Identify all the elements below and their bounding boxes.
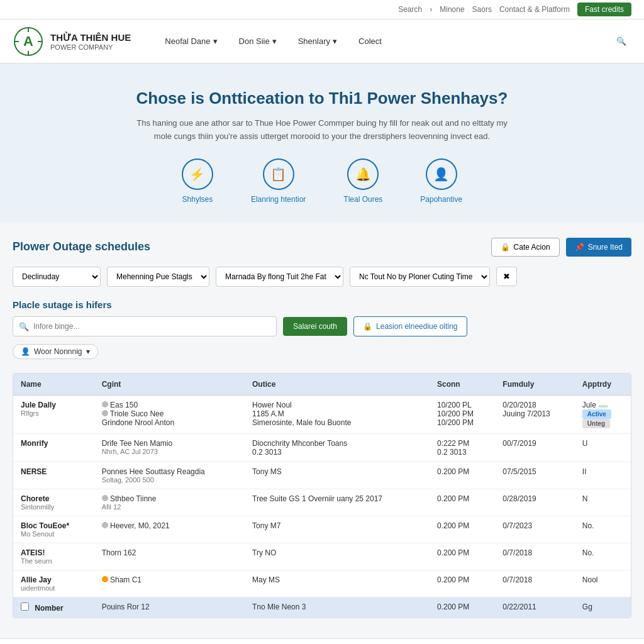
table-row[interactable]: Allie Jay uidentmout Sham C1 May MS 0.20… [13, 570, 631, 597]
filter-select-2[interactable]: Mehenning Pue Stagls [107, 267, 209, 287]
main-section: Plower Outage schedules 🔒 Cate Acion 📌 S… [0, 223, 644, 633]
cell-fumduly: 0/22/2011 [502, 602, 536, 611]
cell-apptrdy: No. [582, 548, 594, 557]
cell-sconn: 0.200 PM [437, 494, 469, 503]
table-row[interactable]: ATEIS! The seurn Thorn 162 Try NO 0.200 … [13, 543, 631, 570]
cell-cgint-sub: Nhrh, AC Jul 2073 [102, 448, 237, 455]
topbar-link-saors[interactable]: Saors [472, 5, 492, 14]
cell-name: Allie Jay [21, 575, 87, 584]
logo-area: A THỪA THIÊN HUE POWER COMPANY [13, 26, 131, 57]
cell-sconn: 0.200 PM [437, 575, 469, 584]
nav-item-1[interactable]: Don Siie ▾ [230, 31, 286, 51]
topbar-cta-button[interactable]: Fast credits [577, 3, 631, 16]
topbar-link-minone[interactable]: Minone [440, 5, 464, 14]
table-row[interactable]: Bloc TouEoe* Mo Senout Heever, M0, 2021 … [13, 516, 631, 543]
export-icon: 🔒 [363, 322, 372, 331]
cell-outice3: Simerosinte, Male fou Buonte [252, 418, 422, 427]
cell-name: ATEIS! [21, 548, 87, 557]
cell-outice: Tno Mle Neon 3 [252, 602, 306, 611]
cell-sconn3: 10/200 PM [437, 418, 487, 427]
status-badge: Unteg [582, 419, 610, 428]
cell-fumduly: 0/7/2023 [502, 521, 532, 530]
sort-chip[interactable]: 👤 Woor Nonnnig ▾ [13, 344, 98, 359]
cell-cgint: Heever, M0, 2021 [102, 521, 237, 530]
nav-item-2[interactable]: Shenlary ▾ [289, 31, 346, 51]
cell-apptrdy: Jule [582, 401, 596, 409]
cell-sconn: 0.200 PM [437, 548, 469, 557]
cell-sconn2: 0.2 3013 [437, 448, 487, 457]
subscribe-icon: 📌 [575, 243, 584, 252]
cell-fumduly2: Juuing 7/2013 [502, 409, 567, 418]
dot-icon [102, 495, 108, 501]
cell-outice: Tony MS [252, 467, 282, 476]
filter-reset-button[interactable]: ✖ [496, 267, 517, 286]
cell-outice: Try NO [252, 548, 276, 557]
dot-icon [102, 410, 108, 416]
chevron-down-icon: ▾ [213, 36, 218, 46]
hero-icon-2[interactable]: 🔔 Tleal Oures [343, 158, 382, 204]
cell-name: Monrify [21, 439, 87, 448]
search-row: 🔍 Salarei couth 🔒 Leasion elneediue olti… [13, 316, 631, 336]
chevron-down-icon: ▾ [272, 36, 277, 46]
filter-select-3[interactable]: Marnada By flong Tuit 2he Fat [216, 267, 343, 287]
cell-apptrdy: Gg [582, 602, 592, 611]
cell-sconn: 10/200 PL [437, 401, 487, 409]
table-row[interactable]: Jule Dally Rlfgrs Eas 150 Triole Suco Ne… [13, 395, 631, 433]
cell-sconn2: 10/200 PM [437, 409, 487, 418]
table-row[interactable]: NERSE Ponnes Hee Souttasy Reagdia Soltag… [13, 462, 631, 489]
search-input[interactable] [13, 316, 277, 336]
cell-cgint: Drife Tee Nen Mamio [102, 439, 237, 448]
cell-cgint: Thorn 162 [102, 548, 136, 557]
search-submit-button[interactable]: Salarei couth [283, 317, 347, 336]
col-header-outice: Outice [245, 374, 430, 396]
hero-icon-circle-3: 👤 [426, 158, 457, 190]
logo-name: THỪA THIÊN HUE [50, 31, 131, 44]
cell-name-sub: Sintonmilly [21, 503, 87, 511]
cell-outice2: 0.2 3013 [252, 448, 422, 457]
cell-cgint-sub: Soltag, 2000 500 [102, 476, 237, 484]
topbar-link-contact[interactable]: Contact & & Platform [499, 5, 570, 14]
nav-links: Neofal Dane ▾ Don Siie ▾ Shenlary ▾ Cole… [156, 31, 611, 51]
hero-section: Chose is Ontticeation to Thi1 Power Shen… [0, 64, 644, 223]
cell-apptrdy: II [582, 467, 587, 476]
cell-outice2: 1185 A.M [252, 409, 422, 418]
person-icon: 👤 [21, 347, 30, 356]
lock-icon: 🔒 [501, 243, 510, 252]
cell-fumduly: 0/28/2019 [502, 494, 536, 503]
logo-icon: A [13, 26, 44, 57]
cell-fumduly: 00/7/2019 [502, 439, 536, 448]
table-row[interactable]: Chorete Sintonmilly Sthbeo Tiinne Afil 1… [13, 489, 631, 516]
topbar-link-search[interactable]: Search [398, 5, 422, 14]
cell-cgint: Sham C1 [102, 575, 237, 584]
cell-name-sub: uidentmout [21, 584, 87, 592]
row-checkbox[interactable] [21, 602, 29, 611]
cell-name-sub: Rlfgrs [21, 409, 87, 417]
hero-icon-0[interactable]: ⚡ Shhylses [182, 158, 213, 204]
subscribe-button[interactable]: 📌 Snure Ited [566, 238, 631, 257]
hero-description: Ths haning oue ane athor sar to Thue Hoe… [133, 117, 511, 143]
table-row[interactable]: Monrify Drife Tee Nen Mamio Nhrh, AC Jul… [13, 433, 631, 462]
col-header-fumduly: Fumduly [495, 374, 574, 396]
cell-cgint-sub: Afil 12 [102, 503, 237, 511]
cell-cgint: Eas 150 [102, 401, 237, 409]
export-button[interactable]: 🔒 Leasion elneediue olting [353, 316, 467, 336]
table-row[interactable]: Nomber Pouins Ror 12 Tno Mle Neon 3 0.20… [13, 597, 631, 618]
cell-outice: Tree Suite GS 1 Overniir uany 25 2017 [252, 494, 382, 503]
filter-select-1[interactable]: Declinuday [13, 267, 101, 287]
nav-item-3[interactable]: Colect [350, 31, 391, 51]
logo-sub: POWER COMPANY [50, 43, 131, 51]
hero-icon-3[interactable]: 👤 Papohantive [420, 158, 462, 204]
dot-icon [102, 576, 108, 582]
col-header-cgint: Cgint [94, 374, 245, 396]
create-action-button[interactable]: 🔒 Cate Acion [491, 238, 560, 257]
cell-cgint3: Grindone Nrool Anton [102, 418, 237, 427]
col-header-apptrdy: Apptrdy [575, 374, 631, 396]
filter-row: Declinuday Mehenning Pue Stagls Marnada … [13, 267, 631, 287]
filter-select-4[interactable]: Nc Tout No by Ploner Cuting Time [350, 267, 490, 287]
cell-name: Bloc TouEoe* [21, 521, 87, 530]
cell-sconn: 0:222 PM [437, 439, 487, 448]
nav-item-0[interactable]: Neofal Dane ▾ [156, 31, 226, 51]
search-nav-button[interactable]: 🔍 [611, 31, 631, 51]
hero-title: Chose is Ontticeation to Thi1 Power Shen… [13, 89, 631, 108]
hero-icon-1[interactable]: 📋 Elanring htentior [251, 158, 306, 204]
